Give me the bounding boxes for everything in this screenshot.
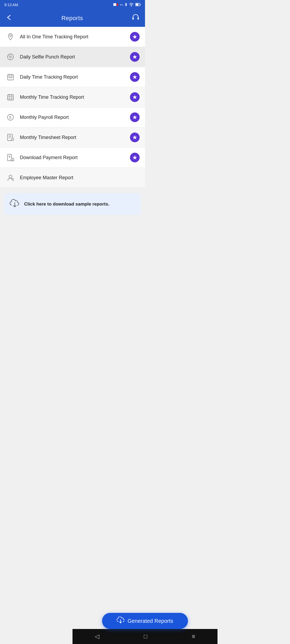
report-label-download-payment: Download Payment Report (20, 155, 130, 160)
svg-rect-5 (136, 3, 139, 5)
report-label-monthly-payroll: Monthly Payroll Report (20, 115, 130, 120)
svg-rect-19 (10, 77, 11, 78)
report-star-daily-time (130, 72, 140, 82)
rupee-icon: ₹ (5, 152, 16, 163)
report-label-monthly-timesheet: Monthly Timesheet Report (20, 135, 130, 140)
sample-banner-text: Click here to download sample reports. (24, 201, 109, 207)
svg-marker-1 (117, 3, 118, 6)
status-bar: 9:13 AM 🗝 (0, 0, 145, 10)
app-bar: Reports (0, 10, 145, 27)
svg-rect-7 (137, 17, 139, 20)
video-icon (113, 3, 118, 7)
svg-rect-6 (132, 17, 134, 20)
camera-icon (5, 52, 16, 62)
svg-point-42 (9, 175, 12, 178)
battery-icon (135, 3, 141, 7)
dollar-circle-icon: $ (5, 112, 16, 122)
svg-rect-20 (11, 77, 12, 78)
report-item-employee-master[interactable]: Employee Master Report (0, 168, 145, 188)
back-button[interactable] (5, 14, 13, 23)
sample-reports-banner[interactable]: Click here to download sample reports. (4, 193, 141, 215)
location-icon (5, 32, 16, 42)
report-item-daily-time[interactable]: Daily Time Tracking Report (0, 67, 145, 87)
report-star-daily-selfie (130, 52, 140, 62)
timesheet-icon (5, 132, 16, 142)
svg-line-13 (9, 55, 10, 57)
svg-point-8 (10, 35, 12, 37)
svg-point-2 (131, 6, 132, 6)
svg-text:$: $ (9, 115, 11, 119)
report-list: All In One Time Tracking Report Daily Se… (0, 27, 145, 188)
report-label-monthly-time: Monthly Time Tracking Report (20, 94, 130, 100)
svg-rect-18 (9, 77, 10, 78)
svg-rect-0 (113, 3, 116, 6)
calendar-grid-icon (5, 92, 16, 102)
svg-text:₹: ₹ (9, 155, 10, 159)
report-star-monthly-time (130, 92, 140, 102)
report-item-daily-selfie[interactable]: Daily Selfie Punch Report (0, 47, 145, 67)
svg-rect-21 (8, 95, 13, 100)
status-time: 9:13 AM (4, 3, 18, 7)
report-label-daily-selfie: Daily Selfie Punch Report (20, 54, 130, 60)
report-star-all-in-one (130, 32, 140, 42)
report-star-download-payment (130, 153, 140, 162)
report-star-monthly-payroll (130, 112, 140, 122)
report-label-employee-master: Employee Master Report (20, 175, 140, 181)
key-icon: 🗝 (120, 3, 123, 7)
report-item-download-payment[interactable]: ₹ Download Payment Report (0, 148, 145, 168)
status-icons: 🗝 (113, 2, 141, 8)
svg-rect-4 (140, 4, 141, 5)
report-label-daily-time: Daily Time Tracking Report (20, 74, 130, 80)
content-spacer (0, 220, 145, 247)
report-item-all-in-one[interactable]: All In One Time Tracking Report (0, 27, 145, 47)
bluetooth-icon (125, 2, 127, 8)
page-title: Reports (61, 15, 83, 22)
report-item-monthly-timesheet[interactable]: Monthly Timesheet Report (0, 127, 145, 148)
report-item-monthly-payroll[interactable]: $ Monthly Payroll Report (0, 107, 145, 127)
report-item-monthly-time[interactable]: Monthly Time Tracking Report (0, 87, 145, 107)
report-star-monthly-timesheet (130, 133, 140, 142)
download-cloud-banner-icon (10, 199, 20, 210)
calendar-icon (5, 72, 16, 82)
headset-icon[interactable] (132, 14, 140, 23)
employee-icon (5, 173, 16, 183)
report-label-all-in-one: All In One Time Tracking Report (20, 34, 130, 40)
wifi-icon (129, 3, 134, 7)
